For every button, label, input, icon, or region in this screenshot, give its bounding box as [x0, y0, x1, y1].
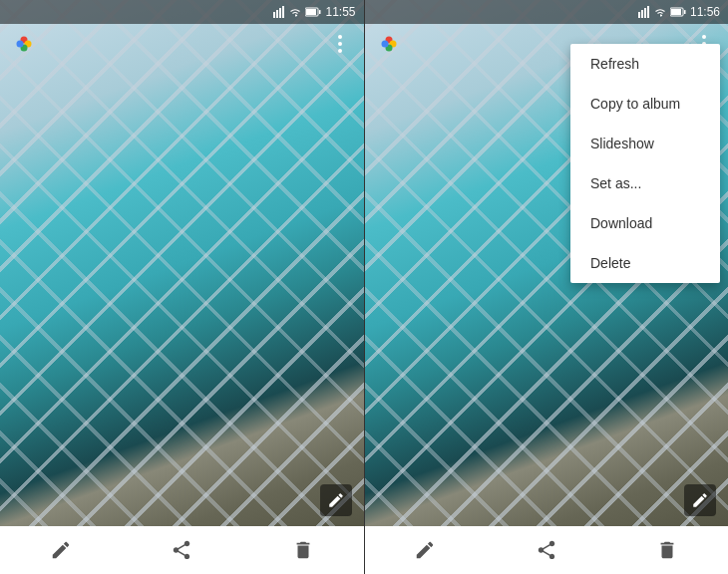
delete-button-right[interactable] — [647, 530, 687, 570]
status-icons-right — [638, 6, 686, 18]
bottom-toolbar-right — [365, 526, 729, 574]
menu-item-delete[interactable]: Delete — [570, 243, 720, 283]
edit-fab-right[interactable] — [684, 484, 716, 516]
bottom-toolbar-left — [0, 526, 364, 574]
dropdown-menu: Refresh Copy to album Slideshow Set as..… — [570, 44, 720, 283]
app-logo-right — [377, 32, 401, 56]
edit-button-left[interactable] — [41, 530, 81, 570]
edit-icon-right — [414, 539, 436, 561]
share-button-right[interactable] — [527, 530, 566, 570]
right-panel: 11:56 Refresh Copy to album Slideshow Se… — [365, 0, 729, 574]
wifi-icon — [289, 6, 301, 18]
status-bar-right: 11:56 — [365, 0, 729, 24]
photo-image-left — [0, 0, 364, 526]
svg-rect-16 — [671, 9, 681, 15]
svg-point-21 — [381, 41, 388, 48]
delete-button-left[interactable] — [283, 530, 323, 570]
svg-rect-2 — [279, 8, 281, 18]
svg-rect-11 — [638, 12, 640, 18]
menu-item-set-as[interactable]: Set as... — [570, 163, 720, 203]
time-right: 11:56 — [690, 5, 720, 19]
svg-rect-13 — [644, 8, 646, 18]
svg-rect-0 — [273, 12, 275, 18]
edit-icon-left — [50, 539, 72, 561]
pencil-icon-right — [691, 491, 709, 509]
menu-item-copy-to-album[interactable]: Copy to album — [570, 84, 720, 124]
svg-rect-1 — [276, 10, 278, 18]
signal-icon — [273, 6, 285, 18]
delete-icon-right — [656, 539, 678, 561]
edit-button-right[interactable] — [405, 530, 445, 570]
left-panel: 11:55 — [0, 0, 364, 574]
menu-item-download[interactable]: Download — [570, 203, 720, 243]
app-logo-left — [12, 32, 36, 56]
battery-icon — [305, 7, 321, 17]
wifi-icon-right — [654, 6, 666, 18]
svg-rect-17 — [684, 10, 686, 14]
svg-rect-12 — [641, 10, 643, 18]
svg-point-10 — [17, 41, 24, 48]
top-app-bar-left — [0, 24, 364, 64]
overflow-menu-button-left[interactable] — [328, 32, 352, 56]
battery-icon-right — [670, 7, 686, 17]
photo-background-left — [0, 0, 364, 526]
menu-item-refresh[interactable]: Refresh — [570, 44, 720, 84]
time-left: 11:55 — [325, 5, 355, 19]
edit-fab-left[interactable] — [320, 484, 352, 516]
status-bar-left: 11:55 — [0, 0, 364, 24]
share-button-left[interactable] — [162, 530, 201, 570]
svg-rect-6 — [319, 10, 321, 14]
share-icon-left — [171, 539, 192, 561]
delete-icon-left — [292, 539, 314, 561]
menu-item-slideshow[interactable]: Slideshow — [570, 124, 720, 163]
pencil-icon-left — [327, 491, 345, 509]
svg-rect-5 — [306, 9, 316, 15]
svg-rect-3 — [282, 6, 284, 18]
status-icons-left — [273, 6, 321, 18]
signal-icon-right — [638, 6, 650, 18]
svg-rect-14 — [647, 6, 649, 18]
share-icon-right — [536, 539, 557, 561]
